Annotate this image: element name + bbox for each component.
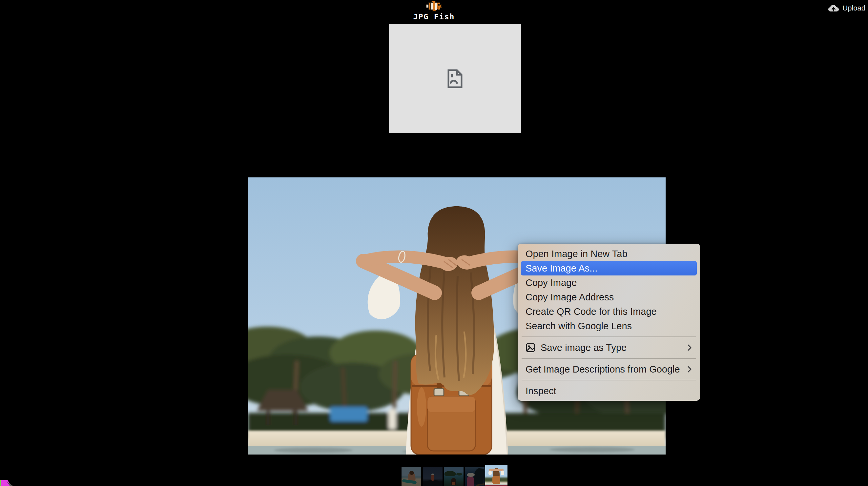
upload-label: Upload	[842, 4, 865, 12]
thumbnail-island-bay[interactable]	[444, 467, 464, 486]
upload-button[interactable]: Upload	[828, 4, 865, 12]
context-menu: Open Image in New Tab Save Image As... C…	[518, 244, 700, 401]
menu-separator	[522, 380, 696, 380]
menu-item-get-image-descriptions[interactable]: Get Image Descriptions from Google	[518, 362, 700, 377]
broken-image-placeholder	[389, 24, 521, 133]
thumbnail-backpack-active[interactable]	[485, 465, 507, 486]
site-logo[interactable]: JPG Fish	[401, 1, 467, 21]
cloud-upload-icon	[828, 4, 839, 12]
thumbnail-cliff-hat[interactable]	[465, 467, 485, 486]
menu-separator	[522, 336, 696, 337]
thumbnail-dim-overlay	[423, 467, 442, 486]
chevron-right-icon	[687, 365, 692, 374]
menu-item-save-image-as-type[interactable]: Save image as Type	[518, 341, 700, 355]
menu-item-inspect[interactable]: Inspect	[518, 384, 700, 398]
cursor-artifact	[0, 476, 14, 486]
menu-item-open-image-new-tab[interactable]: Open Image in New Tab	[518, 247, 700, 261]
menu-item-copy-image[interactable]: Copy Image	[518, 276, 700, 290]
logo-title: JPG Fish	[401, 12, 467, 21]
thumbnail-dim-overlay	[402, 467, 421, 486]
thumbnail-dusk-rock[interactable]	[423, 467, 442, 486]
menu-item-copy-image-address[interactable]: Copy Image Address	[518, 290, 700, 304]
thumbnail-beach-sitting[interactable]	[402, 467, 421, 486]
broken-image-icon	[447, 69, 463, 88]
clownfish-pixel-icon	[426, 1, 442, 12]
menu-item-create-qr-code[interactable]: Create QR Code for this Image	[518, 304, 700, 319]
menu-item-search-google-lens[interactable]: Search with Google Lens	[518, 319, 700, 333]
menu-separator	[522, 358, 696, 359]
thumbnail-dim-overlay	[465, 467, 485, 486]
menu-item-save-image-as[interactable]: Save Image As...	[521, 261, 697, 276]
image-icon	[526, 343, 535, 353]
chevron-right-icon	[687, 343, 692, 352]
thumbnail-dim-overlay	[444, 467, 464, 486]
